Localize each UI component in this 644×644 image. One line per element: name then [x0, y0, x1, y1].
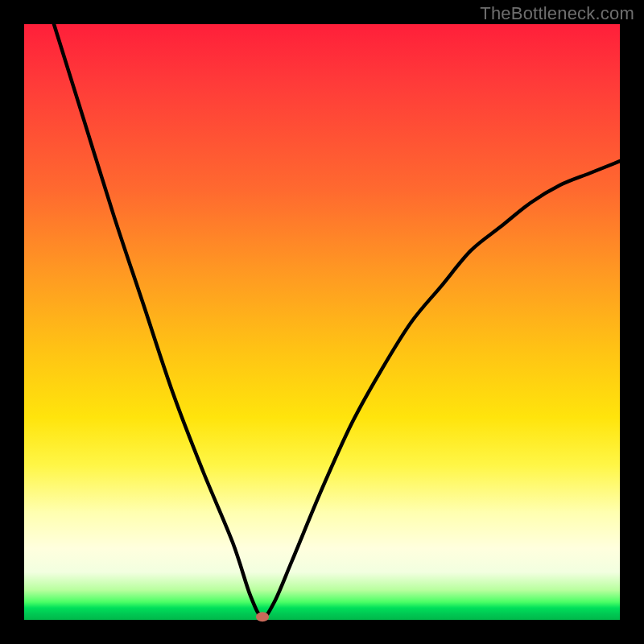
chart-frame: [24, 24, 620, 620]
bottleneck-curve: [24, 24, 620, 620]
watermark-text: TheBottleneck.com: [480, 3, 634, 24]
minimum-marker: [256, 612, 269, 621]
curve-path: [54, 24, 620, 617]
